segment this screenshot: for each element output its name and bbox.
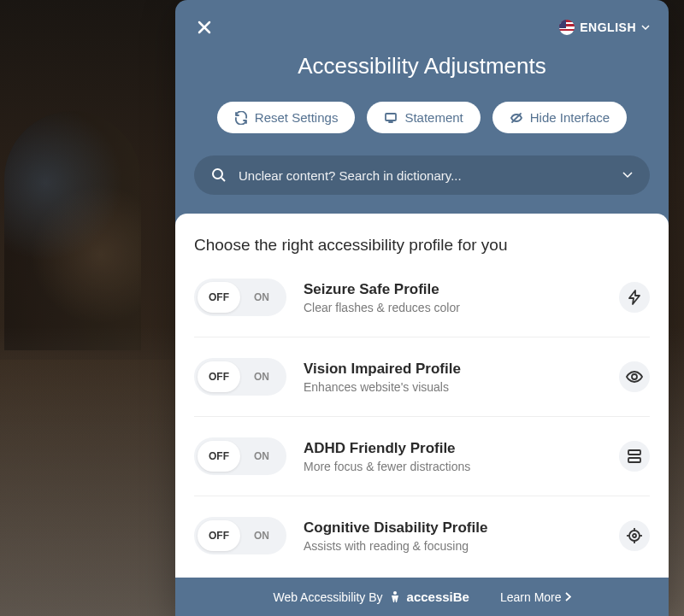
svg-point-7 xyxy=(632,374,637,379)
panel-footer: Web Accessibility By accessiBe Learn Mor… xyxy=(175,578,669,616)
profile-row-adhd-friendly: OFF ON ADHD Friendly Profile More focus … xyxy=(194,437,650,496)
reset-icon xyxy=(234,111,248,125)
svg-line-5 xyxy=(221,178,225,181)
close-icon xyxy=(197,20,212,35)
layout-icon xyxy=(619,441,650,472)
chevron-right-icon xyxy=(565,592,571,601)
panel-header: ENGLISH Accessibility Adjustments Reset … xyxy=(175,0,669,214)
panel-title: Accessibility Adjustments xyxy=(194,53,650,79)
profile-text: ADHD Friendly Profile More focus & fewer… xyxy=(304,440,602,473)
toggle-off: OFF xyxy=(198,520,240,551)
chevron-down-icon xyxy=(641,25,650,30)
toggle-seizure-safe[interactable]: OFF ON xyxy=(194,279,286,316)
svg-point-11 xyxy=(633,534,636,537)
brand-name: accessiBe xyxy=(407,590,469,604)
top-row: ENGLISH xyxy=(194,17,650,38)
profile-row-cognitive-disability: OFF ON Cognitive Disability Profile Assi… xyxy=(194,517,650,575)
reset-label: Reset Settings xyxy=(255,110,339,125)
profile-text: Cognitive Disability Profile Assists wit… xyxy=(304,519,602,553)
profile-title: Seizure Safe Profile xyxy=(304,281,602,298)
statement-icon xyxy=(384,111,398,125)
target-icon xyxy=(619,520,650,551)
accessibe-logo-icon xyxy=(388,590,402,604)
footer-credit: Web Accessibility By accessiBe xyxy=(273,590,469,604)
close-button[interactable] xyxy=(194,17,215,38)
learn-more-link[interactable]: Learn More xyxy=(500,590,571,604)
profile-row-vision-impaired: OFF ON Vision Impaired Profile Enhances … xyxy=(194,358,650,417)
svg-rect-2 xyxy=(386,114,396,120)
toggle-on: ON xyxy=(240,520,283,551)
profile-desc: Assists with reading & focusing xyxy=(304,539,602,553)
profile-desc: Enhances website's visuals xyxy=(304,380,602,394)
search-icon xyxy=(211,167,227,183)
reset-settings-button[interactable]: Reset Settings xyxy=(217,102,356,133)
toggle-vision-impaired[interactable]: OFF ON xyxy=(194,358,286,396)
language-label: ENGLISH xyxy=(580,21,636,34)
credit-prefix: Web Accessibility By xyxy=(273,590,382,604)
toggle-off: OFF xyxy=(198,441,240,472)
profile-title: Cognitive Disability Profile xyxy=(304,519,602,537)
toggle-off: OFF xyxy=(198,361,240,392)
toggle-on: ON xyxy=(240,361,283,392)
hide-interface-button[interactable]: Hide Interface xyxy=(492,102,627,133)
chevron-down-icon xyxy=(622,172,633,179)
bolt-icon xyxy=(619,282,650,313)
svg-point-10 xyxy=(629,531,640,541)
toggle-adhd-friendly[interactable]: OFF ON xyxy=(194,437,286,475)
profile-desc: Clear flashes & reduces color xyxy=(304,301,602,314)
search-input[interactable]: Unclear content? Search in dictionary... xyxy=(194,155,650,195)
svg-point-4 xyxy=(213,169,222,179)
learn-more-label: Learn More xyxy=(500,590,562,604)
svg-rect-9 xyxy=(628,458,640,462)
toggle-cognitive-disability[interactable]: OFF ON xyxy=(194,517,286,554)
statement-button[interactable]: Statement xyxy=(367,102,480,133)
svg-rect-8 xyxy=(628,450,640,455)
profile-desc: More focus & fewer distractions xyxy=(304,460,602,473)
profiles-section-title: Choose the right accessibility profile f… xyxy=(194,236,650,255)
hide-icon xyxy=(510,111,523,125)
profile-title: Vision Impaired Profile xyxy=(304,361,602,378)
search-placeholder: Unclear content? Search in dictionary... xyxy=(239,168,610,183)
profile-text: Seizure Safe Profile Clear flashes & red… xyxy=(304,281,602,314)
language-selector[interactable]: ENGLISH xyxy=(559,20,650,35)
profiles-card: Choose the right accessibility profile f… xyxy=(175,214,669,578)
toggle-off: OFF xyxy=(198,282,240,313)
eye-icon xyxy=(619,361,650,392)
svg-point-16 xyxy=(393,591,397,595)
accessibility-panel: ENGLISH Accessibility Adjustments Reset … xyxy=(175,0,669,616)
profile-row-seizure-safe: OFF ON Seizure Safe Profile Clear flashe… xyxy=(194,279,650,337)
toggle-on: ON xyxy=(240,282,283,313)
svg-marker-6 xyxy=(629,290,640,304)
profile-title: ADHD Friendly Profile xyxy=(304,440,602,457)
statement-label: Statement xyxy=(404,110,463,125)
action-buttons: Reset Settings Statement Hide Interface xyxy=(194,102,650,133)
toggle-on: ON xyxy=(240,441,283,472)
hide-label: Hide Interface xyxy=(530,110,610,125)
profile-text: Vision Impaired Profile Enhances website… xyxy=(304,361,602,394)
flag-icon xyxy=(559,20,575,35)
